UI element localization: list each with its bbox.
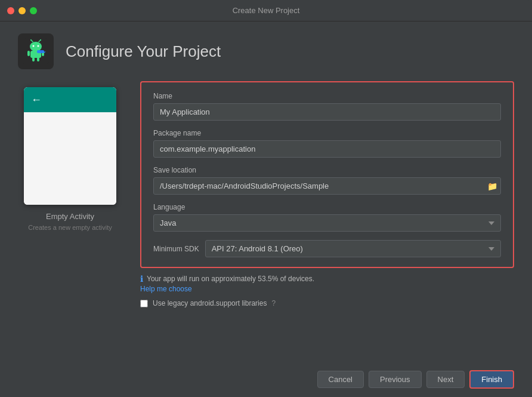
info-row: ℹ Your app will run on approximately 53.… — [140, 274, 514, 284]
package-input[interactable] — [153, 140, 501, 158]
legacy-checkbox-row: Use legacy android.support libraries ? — [140, 299, 514, 307]
help-me-choose-link[interactable]: Help me choose — [140, 285, 514, 293]
name-label: Name — [153, 92, 501, 100]
language-label: Language — [153, 203, 501, 211]
next-button[interactable]: Next — [426, 371, 465, 388]
legacy-help-icon[interactable]: ? — [271, 299, 276, 307]
svg-point-6 — [30, 39, 32, 41]
sdk-row: Minimum SDK API 27: Android 8.1 (Oreo) A… — [153, 240, 501, 257]
form-box: Name Package name Save location 📁 — [140, 81, 514, 268]
finish-button[interactable]: Finish — [469, 370, 514, 389]
save-location-input[interactable] — [153, 177, 501, 195]
package-group: Package name — [153, 129, 501, 158]
package-label: Package name — [153, 129, 501, 137]
save-location-label: Save location — [153, 166, 501, 174]
svg-point-2 — [33, 45, 35, 47]
svg-rect-13 — [37, 50, 44, 53]
page-title: Configure Your Project — [66, 42, 221, 61]
content-area: ← Empty Activity Creates a new empty act… — [0, 81, 532, 362]
left-panel: ← Empty Activity Creates a new empty act… — [18, 81, 122, 362]
name-group: Name — [153, 92, 501, 121]
name-input[interactable] — [153, 103, 501, 121]
previous-button[interactable]: Previous — [369, 371, 422, 388]
android-studio-logo — [23, 38, 49, 64]
back-arrow-icon: ← — [31, 94, 42, 106]
legacy-checkbox[interactable] — [140, 300, 148, 307]
right-panel: Name Package name Save location 📁 — [140, 81, 514, 362]
svg-point-3 — [38, 45, 39, 47]
minimize-button[interactable] — [18, 7, 26, 14]
main-content: Configure Your Project ← Empty Activity … — [0, 21, 532, 397]
legacy-checkbox-label: Use legacy android.support libraries — [153, 299, 267, 307]
footer: Cancel Previous Next Finish — [0, 362, 532, 397]
save-location-input-wrapper: 📁 — [153, 177, 501, 195]
phone-body — [24, 112, 116, 205]
min-sdk-group: Minimum SDK API 27: Android 8.1 (Oreo) A… — [153, 240, 501, 257]
min-sdk-label: Minimum SDK — [153, 245, 199, 253]
activity-description: Creates a new empty activity — [28, 224, 112, 231]
below-form: ℹ Your app will run on approximately 53.… — [140, 274, 514, 307]
save-location-group: Save location 📁 — [153, 166, 501, 195]
svg-point-7 — [40, 39, 41, 41]
activity-label: Empty Activity — [46, 212, 94, 221]
cancel-button[interactable]: Cancel — [317, 371, 364, 388]
svg-point-1 — [30, 42, 42, 51]
maximize-button[interactable] — [30, 7, 37, 14]
min-sdk-select[interactable]: API 27: Android 8.1 (Oreo) API 16: Andro… — [205, 240, 501, 257]
language-group: Language Java Kotlin — [153, 203, 501, 232]
phone-preview: ← — [24, 87, 116, 205]
folder-browse-button[interactable]: 📁 — [487, 181, 497, 191]
svg-rect-12 — [37, 57, 39, 61]
svg-rect-11 — [32, 57, 35, 61]
header: Configure Your Project — [0, 21, 532, 81]
info-icon: ℹ — [140, 274, 143, 284]
window-title: Create New Project — [233, 6, 300, 15]
run-info-text: Your app will run on approximately 53.5%… — [147, 275, 314, 283]
svg-rect-9 — [27, 51, 30, 56]
title-bar: Create New Project — [0, 0, 532, 21]
logo-container — [18, 33, 54, 69]
close-button[interactable] — [7, 7, 14, 14]
language-select[interactable]: Java Kotlin — [153, 214, 501, 232]
window-controls[interactable] — [7, 7, 37, 14]
phone-top-bar: ← — [24, 87, 116, 112]
